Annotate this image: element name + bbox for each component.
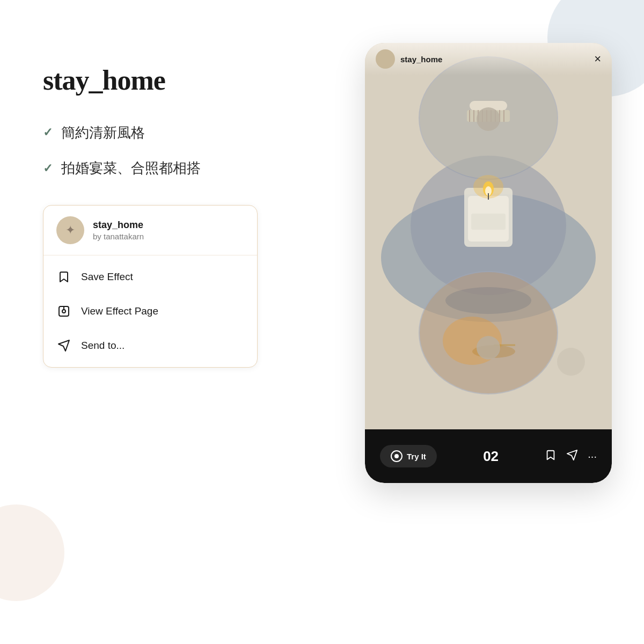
left-panel: stay_home ✓ 簡約清新風格 ✓ 拍婚宴菜、合照都相搭 ✦ stay_h…	[43, 64, 268, 368]
phone-mockup: stay_home × Try It 02	[365, 43, 612, 483]
svg-rect-27	[471, 214, 506, 230]
story-bottom-bar: Try It 02 ···	[365, 429, 612, 483]
effect-avatar: ✦	[56, 216, 84, 244]
effect-card-header: ✦ stay_home by tanattakarn	[43, 206, 257, 255]
dot-bottom-right	[557, 348, 585, 376]
effect-name: stay_home	[93, 219, 144, 231]
dot-bottom-center	[477, 336, 500, 360]
effect-actions-list: Save Effect View Effect Page	[43, 255, 257, 367]
send-to-label: Send to...	[81, 340, 125, 352]
story-counter: 02	[483, 448, 499, 465]
send-icon	[56, 338, 71, 353]
decorative-blob-bottom-left	[0, 504, 64, 601]
sparkle-icon: ✦	[65, 223, 75, 237]
try-it-label: Try It	[407, 452, 426, 461]
save-effect-label: Save Effect	[81, 271, 133, 283]
bottom-actions: ···	[545, 449, 597, 463]
app-title: stay_home	[43, 64, 268, 96]
svg-marker-33	[567, 450, 577, 460]
effect-author: by tanattakarn	[93, 232, 144, 241]
feature-item-2: ✓ 拍婚宴菜、合照都相搭	[43, 158, 268, 178]
feature-text-2: 拍婚宴菜、合照都相搭	[61, 158, 201, 178]
view-effect-icon	[56, 304, 71, 319]
send-bottom-icon[interactable]	[566, 449, 578, 463]
svg-marker-3	[58, 340, 69, 351]
view-effect-label: View Effect Page	[81, 305, 158, 317]
features-list: ✓ 簡約清新風格 ✓ 拍婚宴菜、合照都相搭	[43, 123, 268, 178]
dot-top-center	[477, 107, 500, 131]
save-effect-action[interactable]: Save Effect	[43, 260, 257, 294]
feature-text-1: 簡約清新風格	[61, 123, 145, 142]
more-options-icon[interactable]: ···	[588, 450, 597, 463]
close-button[interactable]: ×	[594, 52, 601, 66]
check-icon-1: ✓	[43, 126, 53, 140]
bookmark-bottom-icon[interactable]	[545, 449, 557, 463]
view-effect-page-action[interactable]: View Effect Page	[43, 294, 257, 328]
feature-item-1: ✓ 簡約清新風格	[43, 123, 268, 142]
story-username: stay_home	[400, 55, 594, 64]
try-it-button[interactable]: Try It	[380, 445, 437, 467]
effect-info: stay_home by tanattakarn	[93, 219, 144, 241]
send-to-action[interactable]: Send to...	[43, 328, 257, 363]
story-image-area	[365, 43, 612, 429]
phone-frame: stay_home × Try It 02	[365, 43, 612, 483]
story-header: stay_home ×	[365, 43, 612, 75]
story-avatar	[376, 49, 395, 69]
svg-point-32	[445, 287, 531, 314]
bookmark-icon	[56, 269, 71, 284]
effect-card: ✦ stay_home by tanattakarn Save Effect	[43, 205, 258, 368]
check-icon-2: ✓	[43, 162, 53, 175]
camera-icon	[391, 450, 402, 462]
